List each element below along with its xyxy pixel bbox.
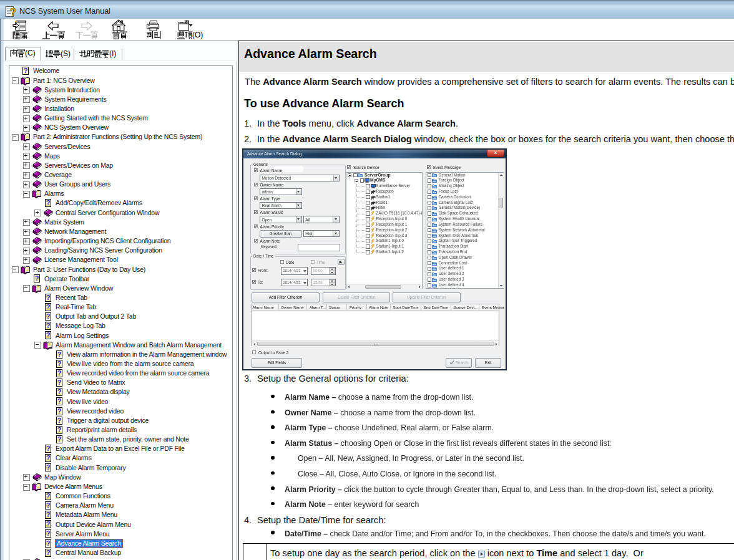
svg-text:?: ? [24, 67, 28, 74]
svg-text:?: ? [57, 360, 62, 367]
svg-text:?: ? [46, 445, 51, 452]
svg-text:?: ? [46, 511, 51, 518]
svg-text:?: ? [46, 539, 51, 547]
svg-text:?: ? [57, 388, 62, 395]
svg-text:?: ? [46, 199, 51, 206]
svg-text:?: ? [46, 520, 51, 528]
svg-text:?: ? [57, 369, 62, 377]
svg-text:?: ? [57, 350, 62, 358]
svg-text:?: ? [46, 549, 51, 556]
svg-text:?: ? [57, 397, 62, 405]
svg-text:?: ? [57, 407, 62, 415]
svg-text:?: ? [46, 303, 51, 311]
svg-text:?: ? [35, 275, 39, 282]
svg-text:?: ? [46, 530, 51, 538]
svg-text:?: ? [46, 492, 51, 500]
svg-text:?: ? [46, 322, 51, 329]
svg-text:?: ? [57, 379, 62, 386]
svg-text:?: ? [46, 312, 51, 320]
svg-text:?: ? [46, 501, 51, 509]
svg-text:?: ? [57, 426, 62, 433]
svg-text:?: ? [46, 294, 51, 301]
svg-text:?: ? [57, 435, 62, 443]
svg-text:?: ? [46, 331, 51, 339]
svg-text:?: ? [46, 454, 51, 461]
svg-text:?: ? [57, 417, 62, 424]
svg-text:?: ? [46, 464, 51, 471]
svg-text:?: ? [10, 6, 16, 18]
